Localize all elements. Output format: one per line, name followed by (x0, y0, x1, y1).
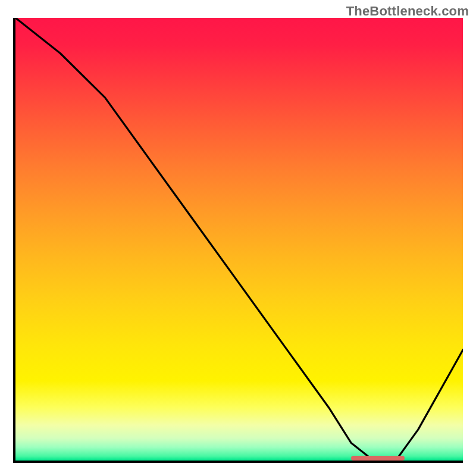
plot-area (13, 18, 463, 463)
chart-container: TheBottleneck.com (0, 0, 476, 476)
attribution-label: TheBottleneck.com (346, 4, 469, 19)
bottleneck-curve-path (15, 18, 463, 461)
curve-svg (15, 18, 463, 461)
optimal-marker (351, 456, 405, 461)
